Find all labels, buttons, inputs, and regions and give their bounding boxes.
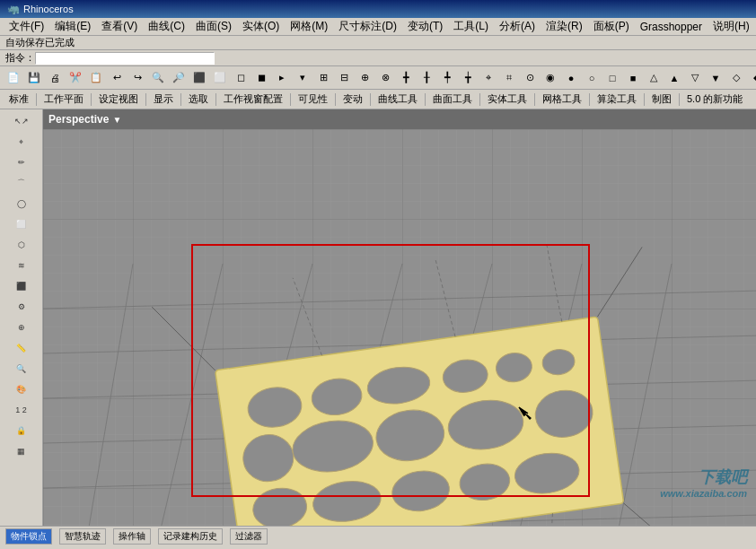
command-bar[interactable]: 指令： (0, 50, 756, 66)
toolbar-btn-7[interactable]: 🔍 (148, 68, 168, 88)
menu-item-grasshopper[interactable]: Grasshopper (635, 19, 708, 35)
toolbar-btn-26[interactable]: ◉ (541, 68, 560, 88)
toolbar-btn-18[interactable]: ⊗ (375, 68, 395, 88)
toolbar-btn-22[interactable]: ╈ (458, 68, 478, 88)
number-tool[interactable]: 1 2 (2, 400, 41, 420)
toolbar-btn-27[interactable]: ● (561, 68, 581, 88)
toolbar2-item-6[interactable]: 可见性 (293, 90, 333, 109)
menu-item-m[interactable]: 网格(M) (285, 17, 333, 36)
toolbar-btn-3[interactable]: ✂️ (66, 68, 85, 88)
toolbar-btn-29[interactable]: □ (602, 68, 622, 88)
toolbar-btn-14[interactable]: ▾ (293, 68, 312, 88)
toolbar2-sep-3 (180, 93, 181, 106)
toolbar-btn-15[interactable]: ⊞ (313, 68, 333, 88)
snap-btn-0[interactable]: 物件锁点 (5, 528, 52, 545)
toolbar-btn-35[interactable]: ◇ (726, 68, 746, 88)
viewport-name: Perspective (48, 113, 109, 126)
toolbar-btn-9[interactable]: ⬛ (189, 68, 209, 88)
toolbar-btn-34[interactable]: ▼ (706, 68, 725, 88)
select-tool[interactable]: ↖↗ (2, 111, 41, 131)
left-toolbar: ↖↗⌖✏⌒◯⬜⬡≋⬛⚙⊕📏🔍🎨1 2🔒▦ (0, 109, 43, 526)
viewport[interactable]: Perspective ▼ (43, 109, 756, 526)
toolbar-btn-25[interactable]: ⊙ (520, 68, 540, 88)
toolbar-btn-0[interactable]: 📄 (4, 68, 23, 88)
toolbar2-item-8[interactable]: 曲线工具 (373, 90, 423, 109)
render-tool[interactable]: 🎨 (2, 379, 41, 399)
snap-btn-1[interactable]: 智慧轨迹 (59, 528, 106, 545)
viewport-dropdown-arrow[interactable]: ▼ (112, 115, 121, 125)
menu-item-f[interactable]: 文件(F) (4, 17, 49, 36)
toolbar2-item-9[interactable]: 曲面工具 (427, 90, 478, 109)
toolbar-btn-23[interactable]: ⌖ (479, 68, 498, 88)
snap-btn-3[interactable]: 记录建构历史 (158, 528, 223, 545)
menu-item-t[interactable]: 变动(T) (402, 17, 448, 36)
menu-item-h[interactable]: 说明(H) (708, 17, 755, 36)
toolbar-btn-2[interactable]: 🖨 (45, 68, 65, 88)
menu-item-v[interactable]: 查看(V) (96, 17, 143, 36)
solid-tool[interactable]: ⬛ (2, 276, 41, 296)
toolbar-btn-8[interactable]: 🔎 (169, 68, 189, 88)
toolbar-btn-24[interactable]: ⌗ (499, 68, 519, 88)
menu-item-d[interactable]: 尺寸标注(D) (333, 17, 402, 36)
menu-item-a[interactable]: 分析(A) (494, 17, 541, 36)
toolbar-btn-17[interactable]: ⊕ (355, 68, 374, 88)
toolbar2-sep-8 (425, 93, 426, 106)
menu-item-c[interactable]: 曲线(C) (143, 17, 190, 36)
mesh-tool[interactable]: ⚙ (2, 297, 41, 317)
toolbar2-item-10[interactable]: 实体工具 (482, 90, 532, 109)
surface-tool[interactable]: ≋ (2, 256, 41, 275)
menu-item-l[interactable]: 工具(L) (448, 17, 494, 36)
menu-item-o[interactable]: 实体(O) (237, 17, 285, 36)
snap-btn-4[interactable]: 过滤器 (230, 528, 268, 545)
toolbar2-item-7[interactable]: 变动 (338, 90, 368, 109)
polygon-tool[interactable]: ⬡ (2, 235, 41, 255)
toolbar-btn-31[interactable]: △ (644, 68, 664, 88)
menu-item-s[interactable]: 曲面(S) (190, 17, 237, 36)
toolbar-btn-10[interactable]: ⬜ (210, 68, 230, 88)
menu-item-p[interactable]: 面板(P) (588, 17, 635, 36)
toolbar-btn-4[interactable]: 📋 (86, 68, 106, 88)
dimension-tool[interactable]: 📏 (2, 338, 41, 358)
circle-tool[interactable]: ◯ (2, 194, 41, 214)
toolbar2-item-14[interactable]: 5.0 的新功能 (681, 90, 748, 109)
lock-tool[interactable]: 🔒 (2, 421, 41, 440)
menu-item-r[interactable]: 渲染(R) (541, 17, 588, 36)
toolbar-btn-28[interactable]: ○ (582, 68, 602, 88)
toolbar-btn-19[interactable]: ╋ (396, 68, 416, 88)
rect-tool[interactable]: ⬜ (2, 214, 41, 234)
toolbar2-item-0[interactable]: 标准 (4, 90, 34, 109)
toolbar2-item-1[interactable]: 工作平面 (39, 90, 89, 109)
toolbar2-item-11[interactable]: 网格工具 (537, 90, 587, 109)
toolbar2-item-5[interactable]: 工作视窗配置 (218, 90, 288, 109)
transform-tool[interactable]: ⊕ (2, 318, 41, 337)
toolbar2-item-2[interactable]: 设定视图 (93, 90, 144, 109)
analysis-tool[interactable]: 🔍 (2, 359, 41, 379)
toolbar-btn-5[interactable]: ↩ (107, 68, 127, 88)
toolbar2-item-12[interactable]: 算染工具 (592, 90, 642, 109)
toolbar-btn-11[interactable]: ◻ (231, 68, 251, 88)
grid-tool[interactable]: ▦ (2, 441, 41, 461)
arc-tool[interactable]: ⌒ (2, 173, 41, 193)
toolbar-btn-12[interactable]: ◼ (251, 68, 271, 88)
toolbar-btn-32[interactable]: ▲ (664, 68, 684, 88)
point-tool[interactable]: ⌖ (2, 132, 41, 152)
toolbar-btn-16[interactable]: ⊟ (334, 68, 354, 88)
status-bar: 自动保存已完成 (0, 36, 756, 50)
toolbar-btn-6[interactable]: ↪ (127, 68, 147, 88)
toolbar-btn-33[interactable]: ▽ (685, 68, 705, 88)
viewport-label-bar[interactable]: Perspective ▼ (43, 109, 756, 129)
snap-btn-2[interactable]: 操作轴 (113, 528, 151, 545)
menu-bar: 文件(F)编辑(E)查看(V)曲线(C)曲面(S)实体(O)网格(M)尺寸标注(… (0, 18, 756, 36)
menu-item-e[interactable]: 编辑(E) (49, 17, 96, 36)
toolbar2-item-13[interactable]: 制图 (646, 90, 677, 109)
toolbar-btn-21[interactable]: ╇ (437, 68, 457, 88)
toolbar-btn-1[interactable]: 💾 (24, 68, 44, 88)
curve-tool[interactable]: ✏ (2, 152, 41, 172)
toolbar-btn-36[interactable]: ◆ (747, 68, 756, 88)
toolbar-btn-30[interactable]: ■ (623, 68, 643, 88)
toolbar-btn-20[interactable]: ╂ (417, 68, 436, 88)
toolbar2-item-3[interactable]: 显示 (148, 90, 179, 109)
toolbar-btn-13[interactable]: ▸ (272, 68, 292, 88)
command-input[interactable] (35, 52, 215, 65)
toolbar2-item-4[interactable]: 选取 (183, 90, 214, 109)
